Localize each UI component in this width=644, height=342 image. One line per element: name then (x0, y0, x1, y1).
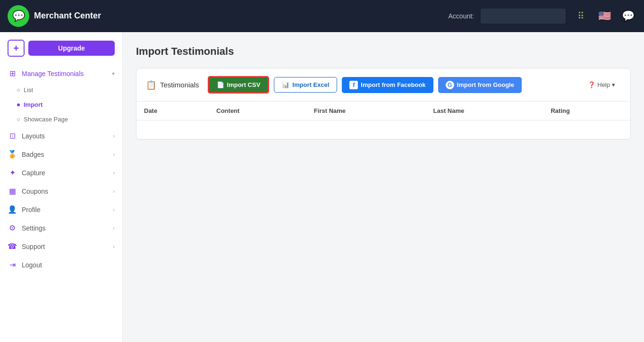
logout-label: Logout (22, 261, 42, 269)
import-google-label: Import from Google (457, 81, 514, 88)
upgrade-button[interactable]: Upgrade (28, 41, 115, 56)
sidebar-item-support[interactable]: ☎ Support › (0, 237, 122, 256)
sidebar-section-manage: ⊞ Manage Testimonials ▾ List Import Show… (0, 64, 122, 127)
chat-icon: 💬 (622, 10, 635, 22)
sidebar-sub-item-import[interactable]: Import (17, 97, 122, 112)
capture-chevron: › (113, 170, 115, 176)
sidebar-item-manage-testimonials[interactable]: ⊞ Manage Testimonials ▾ (0, 64, 122, 83)
layouts-icon: ⊡ (8, 131, 17, 140)
account-input[interactable] (481, 9, 566, 24)
import-dot (17, 103, 20, 106)
profile-icon: 👤 (8, 205, 17, 214)
main-content: Import Testimonials 📋 Testimonials 📄 Imp… (123, 32, 644, 342)
col-rating: Rating (543, 102, 630, 120)
sidebar-item-logout[interactable]: ⇥ Logout (0, 256, 122, 274)
layouts-chevron: › (113, 133, 115, 139)
csv-icon: 📄 (217, 81, 224, 88)
settings-icon: ⚙ (8, 223, 17, 232)
list-dot (17, 89, 20, 92)
manage-testimonials-icon: ⊞ (8, 69, 17, 78)
manage-testimonials-label: Manage Testimonials (22, 70, 84, 77)
import-excel-button[interactable]: 📊 Import Excel (274, 77, 337, 93)
col-last-name: Last Name (425, 102, 543, 120)
table-header-row: Date Content First Name Last Name Rating (136, 102, 630, 120)
google-icon: G (446, 81, 454, 89)
sidebar: + Upgrade ⊞ Manage Testimonials ▾ List I… (0, 32, 123, 342)
flag-icon-button[interactable]: 🇺🇸 (596, 8, 613, 25)
import-csv-label: Import CSV (227, 81, 261, 88)
chat-icon-button[interactable]: 💬 (619, 8, 636, 25)
add-button[interactable]: + (8, 40, 25, 57)
grid-icon: ⠿ (577, 10, 585, 22)
testimonials-text: Testimonials (160, 81, 199, 89)
support-label: Support (22, 243, 45, 250)
badges-icon: 🏅 (8, 150, 17, 159)
testimonials-section-label: 📋 Testimonials (146, 80, 199, 90)
import-card: 📋 Testimonials 📄 Import CSV 📊 Import Exc… (136, 68, 631, 140)
badges-chevron: › (113, 151, 115, 158)
app-name: Merchant Center (34, 11, 101, 21)
sidebar-top-actions: + Upgrade (0, 40, 122, 64)
help-icon: ❓ (588, 81, 595, 88)
col-first-name: First Name (306, 102, 426, 120)
settings-label: Settings (22, 224, 46, 232)
col-content: Content (209, 102, 306, 120)
sidebar-sub-item-showcase[interactable]: Showcase Page (17, 112, 122, 127)
support-icon: ☎ (8, 242, 17, 251)
sidebar-item-coupons[interactable]: ▦ Coupons › (0, 182, 122, 200)
facebook-icon: f (349, 81, 358, 89)
help-label: Help (597, 81, 610, 88)
settings-chevron: › (113, 225, 115, 231)
main-layout: + Upgrade ⊞ Manage Testimonials ▾ List I… (0, 32, 644, 342)
sidebar-item-badges[interactable]: 🏅 Badges › (0, 145, 122, 163)
col-date: Date (136, 102, 209, 120)
help-button[interactable]: ❓ Help ▾ (582, 77, 621, 92)
support-chevron: › (113, 243, 115, 250)
account-label: Account: (449, 12, 474, 20)
top-navigation: 💬 Merchant Center Account: ⠿ 🇺🇸 💬 (0, 0, 644, 32)
sidebar-item-capture[interactable]: ✦ Capture › (0, 163, 122, 182)
sidebar-sub-manage: List Import Showcase Page (0, 83, 122, 127)
capture-label: Capture (22, 169, 45, 177)
import-facebook-label: Import from Facebook (361, 81, 425, 88)
import-excel-label: Import Excel (292, 81, 329, 88)
table-header: Date Content First Name Last Name Rating (136, 102, 630, 120)
profile-chevron: › (113, 206, 115, 213)
sidebar-item-profile[interactable]: 👤 Profile › (0, 200, 122, 219)
capture-icon: ✦ (8, 168, 17, 177)
sidebar-item-settings[interactable]: ⚙ Settings › (0, 219, 122, 237)
layouts-label: Layouts (22, 132, 45, 140)
page-title: Import Testimonials (136, 45, 631, 58)
showcase-label: Showcase Page (24, 116, 68, 123)
sidebar-item-layouts[interactable]: ⊡ Layouts › (0, 127, 122, 145)
import-facebook-button[interactable]: f Import from Facebook (342, 77, 433, 93)
coupons-chevron: › (113, 188, 115, 195)
profile-label: Profile (22, 206, 41, 214)
manage-testimonials-chevron: ▾ (112, 70, 115, 77)
testimonials-icon: 📋 (146, 80, 156, 90)
table-empty-row (136, 120, 630, 139)
testimonials-table: Date Content First Name Last Name Rating (136, 102, 630, 139)
excel-icon: 📊 (282, 81, 289, 88)
sidebar-sub-item-list[interactable]: List (17, 83, 122, 97)
list-label: List (24, 86, 33, 94)
grid-icon-button[interactable]: ⠿ (572, 8, 589, 25)
import-csv-button[interactable]: 📄 Import CSV (208, 76, 270, 94)
logo-icon: 💬 (8, 5, 29, 27)
table-body (136, 120, 630, 139)
logout-icon: ⇥ (8, 260, 17, 269)
card-toolbar: 📋 Testimonials 📄 Import CSV 📊 Import Exc… (136, 68, 630, 102)
import-label: Import (24, 101, 42, 108)
showcase-dot (17, 118, 20, 121)
import-google-button[interactable]: G Import from Google (438, 77, 522, 93)
coupons-icon: ▦ (8, 187, 17, 196)
help-chevron: ▾ (612, 81, 615, 88)
flag-icon: 🇺🇸 (598, 10, 611, 22)
badges-label: Badges (22, 151, 44, 158)
coupons-label: Coupons (22, 188, 48, 195)
logo-area: 💬 Merchant Center (8, 5, 449, 27)
topnav-right: Account: ⠿ 🇺🇸 💬 (449, 8, 636, 25)
